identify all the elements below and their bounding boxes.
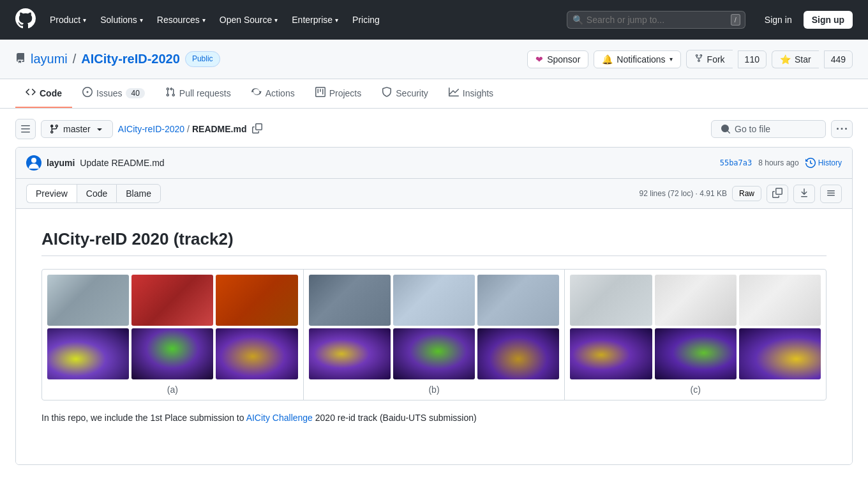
actions-icon bbox=[251, 87, 262, 99]
code-icon bbox=[26, 87, 36, 99]
readme-intro-text: In this repo, we include the 1st Place s… bbox=[41, 411, 827, 425]
image-section-b: (b) bbox=[304, 270, 565, 400]
fork-button[interactable]: Fork bbox=[686, 50, 733, 68]
heatmap-image-a2 bbox=[131, 328, 213, 379]
search-icon: 🔍 bbox=[572, 15, 583, 25]
breadcrumb-separator: / bbox=[73, 52, 77, 66]
fork-count-badge: 110 bbox=[738, 50, 767, 68]
copy-raw-button[interactable] bbox=[767, 185, 788, 203]
search-input[interactable] bbox=[567, 11, 745, 29]
repo-breadcrumb: layumi / AICity-reID-2020 Public bbox=[15, 51, 220, 67]
heart-icon: ❤ bbox=[535, 54, 543, 65]
heatmap-image-c1 bbox=[570, 328, 652, 379]
commit-author[interactable]: layumi bbox=[47, 158, 75, 168]
security-icon bbox=[382, 87, 392, 99]
copy-path-button[interactable] bbox=[250, 122, 265, 137]
tab-projects[interactable]: Projects bbox=[305, 79, 372, 108]
breadcrumb-repo-link[interactable]: AICity-reID-2020 bbox=[118, 124, 184, 134]
section-a-label: (a) bbox=[47, 382, 298, 397]
go-to-file-button[interactable]: Go to file bbox=[711, 120, 826, 138]
pull-requests-icon bbox=[165, 87, 176, 99]
heatmap-image-a3 bbox=[216, 328, 297, 379]
file-breadcrumb: AICity-reID-2020 / README.md bbox=[118, 122, 265, 137]
heatmap-image-b3 bbox=[477, 328, 559, 379]
issues-icon bbox=[82, 87, 93, 99]
nav-items: Product ▾ Solutions ▾ Resources ▾ Open S… bbox=[43, 11, 386, 29]
tab-code[interactable]: Code bbox=[15, 79, 72, 108]
raw-button[interactable]: Raw bbox=[732, 186, 761, 201]
insights-icon bbox=[449, 87, 459, 99]
code-tab[interactable]: Code bbox=[77, 184, 116, 203]
commit-hash-link[interactable]: 55ba7a3 bbox=[720, 158, 752, 167]
breadcrumb-separator: / bbox=[187, 124, 190, 134]
car-image-a1 bbox=[47, 275, 129, 326]
sponsor-button[interactable]: ❤ Sponsor bbox=[527, 50, 588, 68]
file-meta: 92 lines (72 loc) · 4.91 KB bbox=[640, 189, 727, 198]
section-b-label: (b) bbox=[309, 382, 560, 397]
resources-menu[interactable]: Resources ▾ bbox=[151, 11, 212, 29]
image-section-a: (a) bbox=[42, 270, 304, 400]
history-link[interactable]: History bbox=[805, 158, 842, 168]
file-box: layumi Update README.md 55ba7a3 8 hours … bbox=[15, 147, 853, 465]
product-menu[interactable]: Product ▾ bbox=[43, 11, 93, 29]
heatmap-image-b1 bbox=[309, 328, 391, 379]
heatmap-image-c3 bbox=[739, 328, 821, 379]
issues-count: 40 bbox=[126, 88, 144, 98]
more-options-button[interactable] bbox=[831, 120, 853, 138]
top-navigation: Product ▾ Solutions ▾ Resources ▾ Open S… bbox=[0, 0, 868, 40]
tab-security[interactable]: Security bbox=[371, 79, 438, 108]
repo-tabs: Code Issues 40 Pull requests Actions Pro… bbox=[0, 79, 868, 109]
tab-pull-requests[interactable]: Pull requests bbox=[155, 79, 241, 108]
avatar bbox=[26, 155, 41, 171]
repo-name-link[interactable]: AICity-reID-2020 bbox=[81, 52, 180, 66]
aicity-challenge-link[interactable]: AICity Challenge bbox=[246, 413, 313, 423]
repo-header: layumi / AICity-reID-2020 Public ❤ Spons… bbox=[0, 40, 868, 79]
signup-button[interactable]: Sign up bbox=[804, 11, 853, 29]
car-image-c1 bbox=[570, 275, 652, 326]
repo-type-icon bbox=[15, 53, 26, 66]
car-image-a2 bbox=[131, 275, 213, 326]
readme-image-grid: (a) (b) bbox=[41, 269, 827, 400]
github-logo[interactable] bbox=[15, 8, 36, 32]
solutions-menu[interactable]: Solutions ▾ bbox=[94, 11, 149, 29]
visibility-badge: Public bbox=[185, 51, 220, 67]
search-container: 🔍 / bbox=[567, 11, 745, 29]
tab-insights[interactable]: Insights bbox=[438, 79, 504, 108]
pricing-link[interactable]: Pricing bbox=[346, 11, 386, 29]
signin-button[interactable]: Sign in bbox=[758, 11, 798, 29]
readme-content: AICity-reID 2020 (track2) (a) bbox=[16, 209, 852, 464]
image-section-c: (c) bbox=[565, 270, 826, 400]
slash-shortcut: / bbox=[731, 14, 740, 26]
car-image-b1 bbox=[309, 275, 391, 326]
download-button[interactable] bbox=[793, 185, 815, 203]
open-source-menu[interactable]: Open Source ▾ bbox=[213, 11, 285, 29]
heatmap-image-c2 bbox=[655, 328, 737, 379]
heatmap-image-a1 bbox=[47, 328, 129, 379]
branch-selector[interactable]: master bbox=[41, 120, 113, 138]
car-image-c3 bbox=[739, 275, 821, 326]
blame-tab[interactable]: Blame bbox=[116, 184, 161, 203]
file-toolbar: master AICity-reID-2020 / README.md Go t… bbox=[15, 119, 853, 139]
svg-point-0 bbox=[31, 158, 36, 163]
section-c-label: (c) bbox=[570, 382, 821, 397]
outline-button[interactable] bbox=[820, 185, 842, 203]
car-image-a3 bbox=[216, 275, 297, 326]
heatmap-image-b2 bbox=[393, 328, 475, 379]
owner-link[interactable]: layumi bbox=[31, 52, 68, 66]
star-count-badge: 449 bbox=[824, 50, 853, 68]
bell-icon: 🔔 bbox=[602, 54, 613, 65]
commit-row: layumi Update README.md 55ba7a3 8 hours … bbox=[16, 148, 852, 179]
auth-actions: Sign in Sign up bbox=[758, 11, 853, 29]
star-icon: ⭐ bbox=[780, 54, 791, 65]
sidebar-toggle[interactable] bbox=[15, 119, 36, 139]
tab-actions[interactable]: Actions bbox=[241, 79, 305, 108]
car-image-c2 bbox=[655, 275, 737, 326]
tab-issues[interactable]: Issues 40 bbox=[72, 79, 155, 108]
preview-tab[interactable]: Preview bbox=[26, 184, 77, 203]
commit-message: Update README.md bbox=[80, 158, 164, 168]
projects-icon bbox=[315, 87, 326, 99]
star-button[interactable]: ⭐ Star bbox=[772, 50, 819, 68]
notifications-button[interactable]: 🔔 Notifications ▾ bbox=[594, 50, 680, 68]
enterprise-menu[interactable]: Enterprise ▾ bbox=[285, 11, 345, 29]
file-area: master AICity-reID-2020 / README.md Go t… bbox=[0, 109, 868, 475]
